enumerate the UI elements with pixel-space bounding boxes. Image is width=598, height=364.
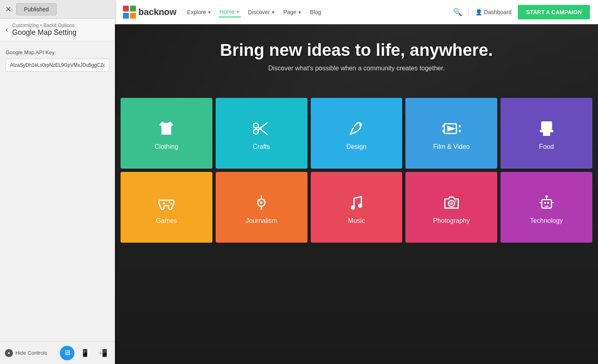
dashboard-link[interactable]: 👤 Dashboard [475,9,512,15]
svg-point-8 [359,124,361,126]
food-label: Food [539,143,553,150]
design-label: Design [346,143,367,150]
games-label: Games [156,217,177,224]
svg-rect-18 [542,123,544,128]
music-label: Music [348,217,365,224]
category-card-journalism[interactable]: Journalism [216,172,307,243]
hero-title: Bring new ideas to life, anywhere. [123,40,590,60]
photography-label: Photography [433,217,470,224]
logo[interactable]: backnow [123,6,176,19]
home-label: Home [220,8,235,15]
close-button[interactable]: ✕ [3,4,13,14]
svg-rect-17 [543,132,550,136]
design-icon [347,119,366,138]
svg-rect-12 [442,130,444,132]
svg-rect-16 [540,130,553,132]
svg-point-31 [358,203,363,208]
dashboard-user-icon: 👤 [475,9,482,15]
svg-point-23 [169,201,170,203]
svg-point-40 [545,195,548,198]
category-card-music[interactable]: Music [311,172,403,243]
sidebar-page-title: Google Map Setting [12,28,76,37]
category-card-games[interactable]: Games [121,172,212,243]
svg-point-24 [171,203,172,205]
svg-marker-10 [447,125,456,131]
blog-label: Blog [310,9,321,15]
category-card-technology[interactable]: Technology [500,172,592,243]
tablet-device-button[interactable]: 📱 [78,346,92,360]
discover-arrow-icon: ▼ [271,10,275,15]
technology-label: Technology [530,217,563,224]
home-arrow-icon: ▼ [236,10,240,14]
journalism-label: Journalism [246,217,277,224]
games-icon [157,193,176,212]
start-campaign-button[interactable]: START A CAMPAIGN [518,5,590,19]
sidebar-bottom-bar: ● Hide Controls 🖥 📱 📲 [0,341,115,364]
sidebar-top-bar: ✕ Published [0,0,115,19]
published-button[interactable]: Published [16,3,57,15]
svg-rect-36 [544,202,546,204]
svg-rect-19 [545,123,547,128]
svg-point-29 [260,201,263,204]
nav-explore[interactable]: Explore ▼ [186,7,212,17]
robot-icon [537,193,556,212]
category-card-film[interactable]: Film & Video [405,98,497,169]
music-icon [347,193,366,212]
search-button[interactable]: 🔍 [453,8,462,17]
film-icon [442,119,461,138]
svg-rect-37 [547,202,549,204]
sidebar-breadcrumb: Customizing • Backit Options [12,23,76,28]
category-grid: Clothing Crafts Design [115,96,598,244]
nav-page[interactable]: Page ▼ [282,7,303,17]
category-card-crafts[interactable]: Crafts [216,98,307,169]
discover-label: Discover [248,9,270,15]
svg-rect-35 [542,199,551,208]
mobile-device-button[interactable]: 📲 [95,346,110,360]
page-label: Page [283,9,297,15]
svg-rect-34 [455,200,456,201]
journalism-icon [252,193,271,212]
nav-blog[interactable]: Blog [309,7,322,17]
explore-arrow-icon: ▼ [208,10,212,15]
shirt-icon [157,119,176,138]
desktop-device-button[interactable]: 🖥 [60,346,74,360]
svg-rect-14 [459,130,461,132]
api-key-input[interactable] [6,59,109,72]
category-card-clothing[interactable]: Clothing [121,98,212,169]
svg-rect-3 [130,13,136,19]
svg-rect-13 [459,125,461,127]
svg-rect-20 [549,123,551,128]
hero-subtitle: Discover what's possible when a communit… [123,65,590,72]
nav-discover[interactable]: Discover ▼ [247,7,276,17]
back-arrow-icon: ‹ [6,25,8,34]
clothing-label: Clothing [155,143,178,150]
svg-rect-2 [123,13,129,19]
nav-home[interactable]: Home ▼ [219,7,241,17]
hero-section: Bring new ideas to life, anywhere. Disco… [115,24,598,364]
svg-line-6 [258,123,267,131]
main-content: backnow Explore ▼ Home ▼ Discover ▼ Page… [115,0,598,364]
hide-controls-label: Hide Controls [15,350,47,356]
crafts-label: Crafts [253,143,270,150]
category-card-design[interactable]: Design [311,98,403,169]
food-icon [537,119,556,138]
logo-icon [123,6,136,19]
hide-controls-button[interactable]: ● Hide Controls [5,349,47,357]
scissors-icon [252,119,271,138]
hide-controls-dot: ● [5,349,13,357]
sidebar-breadcrumb-area: Customizing • Backit Options Google Map … [12,23,76,37]
camera-icon [442,193,461,212]
svg-rect-0 [123,6,129,11]
svg-point-30 [351,205,355,210]
film-label: Film & Video [433,143,470,150]
category-card-photography[interactable]: Photography [405,172,497,243]
nav-divider [469,8,469,16]
svg-rect-11 [442,125,444,127]
logo-text: backnow [138,7,176,17]
explore-label: Explore [187,9,206,15]
sidebar-nav[interactable]: ‹ Customizing • Backit Options Google Ma… [0,19,115,41]
sidebar: ✕ Published ‹ Customizing • Backit Optio… [0,0,115,364]
page-arrow-icon: ▼ [298,10,302,15]
navbar: backnow Explore ▼ Home ▼ Discover ▼ Page… [115,0,598,24]
category-card-food[interactable]: Food [500,98,592,169]
